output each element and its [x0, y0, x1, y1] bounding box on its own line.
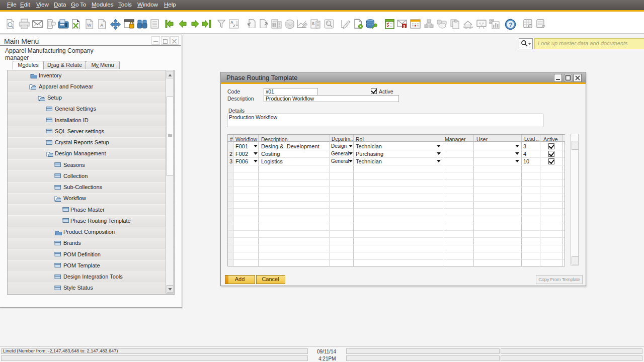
- svg-text:3: 3: [403, 24, 406, 29]
- svg-text:Z: Z: [233, 24, 235, 28]
- svg-text:$: $: [312, 21, 314, 26]
- svg-text:?: ?: [509, 21, 513, 29]
- svg-text:W: W: [87, 23, 92, 28]
- svg-text:A: A: [100, 23, 104, 28]
